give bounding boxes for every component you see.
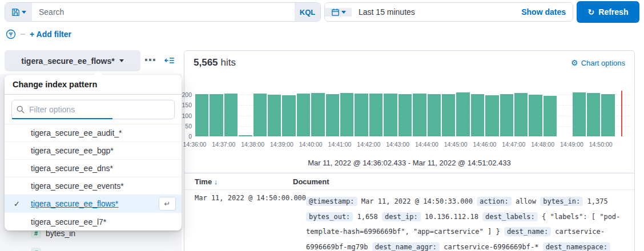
histogram-bar[interactable] bbox=[326, 94, 339, 136]
histogram-bar[interactable] bbox=[471, 94, 484, 137]
focus-underline bbox=[12, 118, 112, 119]
x-axis-tick-label: 14:45:00 bbox=[444, 141, 468, 148]
filter-divider bbox=[21, 34, 25, 35]
histogram-bar[interactable] bbox=[456, 92, 469, 137]
discover-results-panel: 5,565 hits ⚙ Chart options 0501001502001… bbox=[184, 50, 635, 251]
field-name-badge: dest_ip: bbox=[382, 212, 421, 221]
date-picker: Last 15 minutes Show dates bbox=[324, 2, 573, 22]
option-label: tigera_secure_ee_dns* bbox=[31, 164, 113, 173]
time-range-value[interactable]: Last 15 minutes bbox=[352, 7, 415, 17]
chevron-down-icon bbox=[341, 11, 346, 14]
change-index-pattern-popover: Change index pattern tigera_secure_ee_au… bbox=[5, 75, 182, 230]
x-axis-tick-label: 14:41:00 bbox=[328, 141, 352, 148]
search-icon bbox=[17, 106, 25, 114]
index-pattern-option-list: tigera_secure_ee_audit_*tigera_secure_ee… bbox=[5, 124, 182, 230]
number-field-icon: # bbox=[31, 248, 41, 251]
hits-header: 5,565 hits ⚙ Chart options bbox=[184, 51, 634, 71]
histogram-bar[interactable] bbox=[587, 93, 600, 136]
field-name-badge: dest_namespace: bbox=[543, 242, 610, 251]
histogram-bar[interactable] bbox=[544, 96, 557, 136]
table-row[interactable]: Mar 11, 2022 @ 14:50:00.000 @timestamp: … bbox=[184, 190, 634, 251]
date-quick-menu[interactable] bbox=[325, 8, 352, 17]
x-axis-tick-label: 14:36:00 bbox=[183, 141, 207, 148]
filter-icon[interactable] bbox=[6, 29, 16, 39]
filter-options-input[interactable] bbox=[29, 105, 174, 114]
save-icon bbox=[11, 8, 20, 17]
histogram-bar[interactable] bbox=[573, 92, 586, 136]
index-pattern-option[interactable]: tigera_secure_ee_bgp* bbox=[5, 142, 182, 160]
boxes-horizontal-icon[interactable] bbox=[145, 59, 155, 61]
field-name-badge: dest_labels: bbox=[482, 212, 538, 221]
option-label: tigera_secure_ee_audit_* bbox=[31, 128, 122, 137]
histogram-bar[interactable] bbox=[355, 94, 368, 136]
histogram-bar[interactable] bbox=[500, 94, 513, 137]
histogram-bar[interactable] bbox=[442, 94, 455, 137]
field-name-badge: dest_name_aggr: bbox=[372, 242, 440, 251]
search-input[interactable] bbox=[32, 3, 295, 21]
index-pattern-option[interactable]: tigera_secure_ee_audit_* bbox=[5, 124, 182, 142]
histogram-bar[interactable] bbox=[224, 94, 238, 136]
histogram-bar[interactable] bbox=[282, 95, 295, 136]
return-key-icon: ↵ bbox=[159, 197, 176, 210]
index-pattern-option[interactable]: tigera_secure_ee_dns* bbox=[5, 160, 182, 177]
histogram-bar[interactable] bbox=[413, 94, 426, 136]
x-axis-tick-label: 14:39:00 bbox=[270, 141, 293, 148]
refresh-icon: ↻ bbox=[588, 7, 595, 17]
refresh-button[interactable]: ↻ Refresh bbox=[577, 1, 639, 23]
sort-descending-icon[interactable]: ↓ bbox=[214, 177, 218, 186]
row-document-value: @timestamp: Mar 11, 2022 @ 14:50:33.000 … bbox=[306, 194, 634, 251]
chart-options-button[interactable]: ⚙ Chart options bbox=[571, 58, 625, 67]
current-time-marker bbox=[621, 91, 622, 136]
sidebar-field-partial[interactable]: # bbox=[31, 248, 41, 251]
histogram-bar[interactable] bbox=[601, 94, 614, 136]
x-axis-tick-label: 14:49:00 bbox=[560, 141, 583, 148]
histogram-bar[interactable] bbox=[311, 93, 324, 136]
histogram-bar[interactable] bbox=[340, 93, 353, 136]
calendar-icon bbox=[331, 8, 340, 17]
table-header: Time ↓ Document bbox=[184, 173, 634, 190]
hits-count: 5,565 bbox=[194, 57, 218, 68]
hits-label: hits bbox=[221, 57, 236, 68]
x-axis-tick-label: 14:47:00 bbox=[502, 141, 525, 148]
row-time-value: Mar 11, 2022 @ 14:50:00.000 bbox=[184, 194, 306, 251]
x-axis-tick-label: 14:37:00 bbox=[212, 141, 235, 148]
histogram-bar[interactable] bbox=[529, 95, 542, 136]
x-axis-tick-label: 14:43:00 bbox=[386, 141, 409, 148]
histogram-bar[interactable] bbox=[369, 94, 383, 136]
histogram-bar[interactable] bbox=[297, 94, 310, 136]
option-label: tigera_secure_ee_l7* bbox=[31, 217, 106, 226]
histogram-bar[interactable] bbox=[195, 94, 208, 137]
show-dates-button[interactable]: Show dates bbox=[521, 7, 573, 17]
add-filter-button[interactable]: + Add filter bbox=[30, 30, 71, 39]
field-name-badge: dest_name: bbox=[504, 227, 551, 236]
kql-language-button[interactable]: KQL bbox=[295, 3, 320, 21]
x-axis-tick-label: 14:48:00 bbox=[531, 141, 554, 148]
column-header-document: Document bbox=[293, 177, 634, 186]
x-axis-tick-label: 14:42:00 bbox=[357, 141, 380, 148]
histogram-bar[interactable] bbox=[210, 94, 223, 137]
column-header-time[interactable]: Time ↓ bbox=[184, 177, 293, 186]
histogram-bar[interactable] bbox=[399, 94, 412, 137]
index-pattern-option[interactable]: tigera_secure_ee_events* bbox=[5, 177, 182, 195]
histogram-bar[interactable] bbox=[268, 95, 281, 137]
histogram-bar[interactable] bbox=[514, 93, 528, 136]
filter-options-box bbox=[11, 100, 175, 119]
collapse-sidebar-icon[interactable] bbox=[164, 55, 175, 66]
option-label: tigera_secure_ee_bgp* bbox=[31, 146, 114, 155]
popover-arrow bbox=[93, 71, 103, 75]
index-pattern-option[interactable]: ✓tigera_secure_ee_flows*↵ bbox=[5, 195, 182, 213]
index-pattern-switch-button[interactable]: tigera_secure_ee_flows* bbox=[5, 50, 140, 71]
hits-histogram[interactable]: 05010015020014:36:0014:37:0014:38:0014:3… bbox=[184, 71, 634, 156]
histogram-bar[interactable] bbox=[384, 94, 397, 136]
option-label: tigera_secure_ee_events* bbox=[31, 181, 124, 191]
histogram-bar[interactable] bbox=[253, 94, 267, 136]
index-pattern-option[interactable]: tigera_secure_ee_l7* bbox=[5, 213, 182, 230]
option-label: tigera_secure_ee_flows* bbox=[31, 199, 118, 208]
histogram-bar[interactable] bbox=[428, 94, 441, 136]
x-axis-tick-label: 14:38:00 bbox=[241, 141, 264, 148]
histogram-bar[interactable] bbox=[239, 135, 252, 136]
check-icon: ✓ bbox=[14, 200, 20, 208]
histogram-bar[interactable] bbox=[485, 95, 498, 136]
saved-query-menu[interactable] bbox=[5, 3, 32, 21]
x-axis-tick-label: 14:40:00 bbox=[299, 141, 323, 148]
